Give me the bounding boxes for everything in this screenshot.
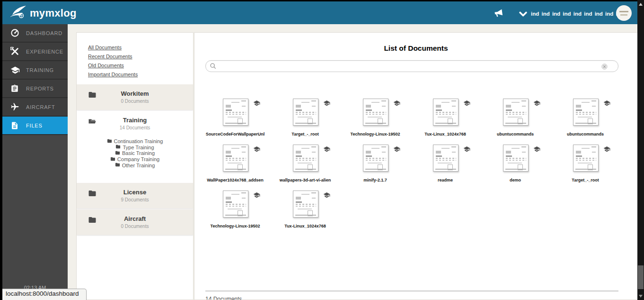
sidebar-item-files[interactable]: FILES (2, 117, 68, 135)
document-name[interactable]: Tux-Linux_1024x768 (412, 132, 478, 136)
sidebar-item-reports[interactable]: REPORTS (2, 80, 68, 98)
folder-open-icon (88, 117, 97, 127)
document-item[interactable]: demo (485, 145, 556, 191)
document-name[interactable]: wallpapers-3d-art-vi-alien (272, 178, 338, 182)
document-thumbnail[interactable] (573, 99, 599, 126)
document-item[interactable]: wallpapers-3d-art-vi-alien (275, 145, 345, 191)
scroll-up-arrow-icon[interactable] (637, 0, 644, 9)
document-name[interactable]: WallPaper1024x768_addsen (202, 178, 268, 182)
scroll-thumb[interactable] (638, 265, 644, 289)
document-name[interactable]: ubuntucommands (552, 132, 618, 136)
folder-closed-icon (110, 156, 115, 163)
scroll-down-arrow-icon[interactable] (637, 292, 644, 300)
document-item[interactable]: ubuntucommands (485, 99, 556, 145)
search-box[interactable] (205, 60, 618, 72)
graduation-cap-icon (253, 145, 261, 172)
document-name[interactable]: Technology-Linux-19502 (342, 132, 408, 136)
document-item[interactable]: minify-2.1.7 (345, 145, 415, 191)
document-thumbnail[interactable] (573, 145, 599, 172)
document-item[interactable]: Technology-Linux-19502 (205, 191, 275, 236)
document-item[interactable]: SourceCodeForWallpaperUnl (205, 99, 275, 145)
document-thumbnail[interactable] (223, 145, 248, 172)
documents-nav-panel: All DocumentsRecent DocumentsOld Documen… (76, 32, 194, 300)
filter-link-all-documents[interactable]: All Documents (88, 45, 193, 50)
filter-link-recent-documents[interactable]: Recent Documents (88, 54, 193, 59)
tools-icon (10, 47, 22, 56)
document-thumbnail[interactable] (363, 145, 388, 172)
document-name[interactable]: demo (482, 178, 548, 182)
subfolder-item[interactable]: Basic Training (77, 150, 193, 156)
folder-closed-icon (115, 150, 120, 156)
document-item[interactable]: WallPaper1024x768_addsen (205, 145, 275, 191)
document-name[interactable]: Tux-Linux_1024x768 (272, 224, 338, 228)
user-name-text[interactable]: ind ind ind ind ind ind ind ind ind (531, 11, 624, 17)
document-name[interactable]: Technology-Linux-19502 (202, 224, 268, 228)
document-item[interactable]: Tux-Linux_1024x768 (415, 99, 485, 145)
document-thumbnail[interactable] (363, 99, 388, 126)
avatar[interactable] (616, 5, 632, 21)
document-name[interactable]: Target_-_root (552, 178, 618, 182)
subfolder-item[interactable]: Company Training (77, 156, 193, 163)
document-thumbnail[interactable] (293, 99, 318, 126)
clipboard-icon (10, 84, 22, 93)
document-item[interactable]: Target_-_root (556, 145, 626, 191)
search-icon (210, 63, 216, 71)
status-bar-url: localhost:8000/dashboard (2, 289, 87, 300)
subfolder-item[interactable]: Other Training (77, 162, 193, 168)
logo[interactable]: mymxlog (9, 5, 77, 22)
folder-license[interactable]: License 9 Documents (77, 183, 193, 209)
document-thumbnail[interactable] (223, 99, 248, 126)
document-name[interactable]: Target_-_root (272, 132, 338, 136)
chevron-down-icon[interactable] (519, 10, 527, 19)
list-footer: 14 Documents (205, 291, 618, 300)
folder-closed-icon (115, 162, 120, 168)
scrollbar[interactable] (637, 0, 644, 300)
document-thumbnail[interactable] (433, 145, 459, 172)
graduation-cap-icon (393, 145, 401, 172)
documents-grid: SourceCodeForWallpaperUnl Target_-_root … (205, 99, 629, 236)
document-thumbnail[interactable] (223, 191, 248, 218)
document-item[interactable]: Tux-Linux_1024x768 (275, 191, 345, 236)
megaphone-icon[interactable] (493, 8, 504, 20)
sidebar-item-dashboard[interactable]: DASHBOARD (2, 24, 68, 43)
document-item[interactable]: ubuntucommands (556, 99, 626, 145)
filter-link-important-documents[interactable]: Important Documents (88, 72, 193, 77)
document-name[interactable]: minify-2.1.7 (342, 178, 408, 182)
documents-count: 14 Documents (205, 296, 618, 300)
folder-workitem[interactable]: Workitem 0 Documents (77, 84, 193, 110)
folder-training[interactable]: Training 14 Documents (77, 111, 193, 136)
subfolder-item[interactable]: Type Training (77, 145, 193, 151)
folder-aircraft[interactable]: Aircraft 0 Documents (77, 209, 193, 235)
document-item[interactable]: Technology-Linux-19502 (345, 99, 415, 145)
graduation-cap-icon (603, 145, 611, 172)
document-item[interactable]: Target_-_root (275, 99, 345, 145)
graduation-cap-icon (463, 145, 471, 172)
document-name[interactable]: ubuntucommands (482, 132, 548, 136)
document-thumbnail[interactable] (503, 145, 529, 172)
document-item[interactable]: readme (415, 145, 485, 191)
document-thumbnail[interactable] (503, 99, 529, 126)
graduation-cap-icon (253, 191, 261, 218)
filter-link-old-documents[interactable]: Old Documents (88, 63, 193, 68)
document-thumbnail[interactable] (293, 145, 318, 172)
document-filter-links: All DocumentsRecent DocumentsOld Documen… (77, 33, 193, 84)
graduation-cap-icon (323, 145, 331, 172)
airplane-icon (10, 102, 22, 111)
sidebar-item-experience[interactable]: EXPERIENCE (2, 43, 68, 61)
dashboard-gauge-icon (10, 28, 22, 37)
folder-list: Workitem 0 Documents Training 14 Documen… (77, 84, 193, 235)
document-thumbnail[interactable] (433, 99, 459, 126)
folder-closed-icon (107, 138, 112, 145)
graduation-cap-icon (533, 100, 541, 126)
document-name[interactable]: readme (412, 178, 478, 182)
search-input[interactable] (219, 61, 595, 73)
graduation-cap-icon (323, 100, 331, 126)
sidebar-item-aircraft[interactable]: AIRCRAFT (2, 98, 68, 117)
plane-logo-icon (9, 5, 27, 22)
document-thumbnail[interactable] (293, 191, 318, 218)
sidebar-item-training[interactable]: TRAINING (2, 61, 68, 80)
subfolder-item[interactable]: Continuation Training (77, 138, 193, 145)
document-name[interactable]: SourceCodeForWallpaperUnl (202, 132, 268, 136)
clear-search-icon[interactable] (601, 63, 608, 72)
folder-closed-icon (88, 91, 97, 101)
